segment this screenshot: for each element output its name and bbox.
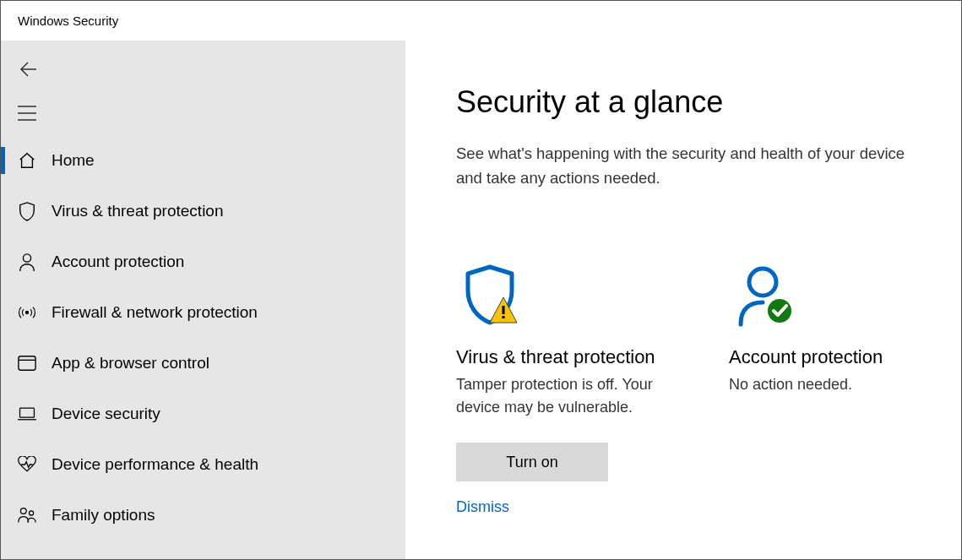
heartbeat-icon (18, 456, 36, 473)
sidebar-item-virus[interactable]: Virus & threat protection (1, 186, 405, 237)
broadcast-icon (18, 304, 36, 321)
shield-warning-icon (456, 249, 661, 329)
svg-rect-3 (20, 408, 35, 417)
sidebar-item-label: Account protection (52, 253, 184, 271)
back-arrow-icon (18, 59, 38, 79)
card-virus-threat[interactable]: Virus & threat protection Tamper protect… (456, 249, 661, 516)
card-status: No action needed. (729, 373, 934, 396)
hamburger-button[interactable] (1, 91, 45, 135)
sidebar-item-label: Device security (52, 405, 160, 423)
page-subtitle: See what's happening with the security a… (456, 142, 929, 190)
sidebar-item-label: Family options (52, 506, 155, 525)
dismiss-link[interactable]: Dismiss (456, 498, 509, 516)
sidebar-item-performance[interactable]: Device performance & health (1, 439, 405, 490)
sidebar-item-label: Firewall & network protection (52, 303, 258, 322)
app-icon (18, 355, 36, 372)
sidebar-item-label: Home (52, 151, 95, 170)
sidebar-item-app-browser[interactable]: App & browser control (1, 338, 405, 389)
svg-point-8 (749, 269, 776, 296)
sidebar-item-label: Virus & threat protection (52, 202, 223, 220)
sidebar-item-device-security[interactable]: Device security (1, 389, 405, 439)
svg-point-0 (23, 254, 30, 262)
home-icon (18, 151, 36, 170)
card-title: Account protection (729, 346, 934, 368)
svg-point-5 (30, 511, 34, 515)
svg-rect-7 (503, 316, 505, 318)
family-icon (18, 506, 36, 525)
sidebar-item-firewall[interactable]: Firewall & network protection (1, 287, 405, 338)
main-content: Security at a glance See what's happenin… (405, 41, 961, 559)
laptop-icon (18, 406, 36, 421)
sidebar-item-label: App & browser control (52, 354, 209, 372)
sidebar-item-account[interactable]: Account protection (1, 237, 405, 287)
sidebar-item-home[interactable]: Home (1, 135, 405, 186)
card-status: Tamper protection is off. Your device ma… (456, 373, 661, 419)
page-heading: Security at a glance (456, 84, 934, 120)
card-account-protection[interactable]: Account protection No action needed. (729, 249, 934, 516)
svg-rect-2 (19, 356, 35, 371)
hamburger-icon (18, 106, 36, 121)
back-button[interactable] (1, 47, 45, 91)
svg-point-4 (20, 508, 26, 514)
window-title: Windows Security (1, 1, 961, 41)
sidebar: Home Virus & threat protection Account p… (1, 41, 405, 559)
card-title: Virus & threat protection (456, 346, 661, 368)
sidebar-item-family[interactable]: Family options (1, 490, 405, 541)
person-icon (18, 252, 36, 272)
turn-on-button[interactable]: Turn on (456, 443, 608, 481)
svg-point-1 (25, 311, 28, 313)
person-check-icon (729, 249, 934, 329)
svg-rect-6 (503, 306, 505, 314)
sidebar-item-label: Device performance & health (52, 455, 258, 474)
shield-icon (18, 201, 36, 221)
